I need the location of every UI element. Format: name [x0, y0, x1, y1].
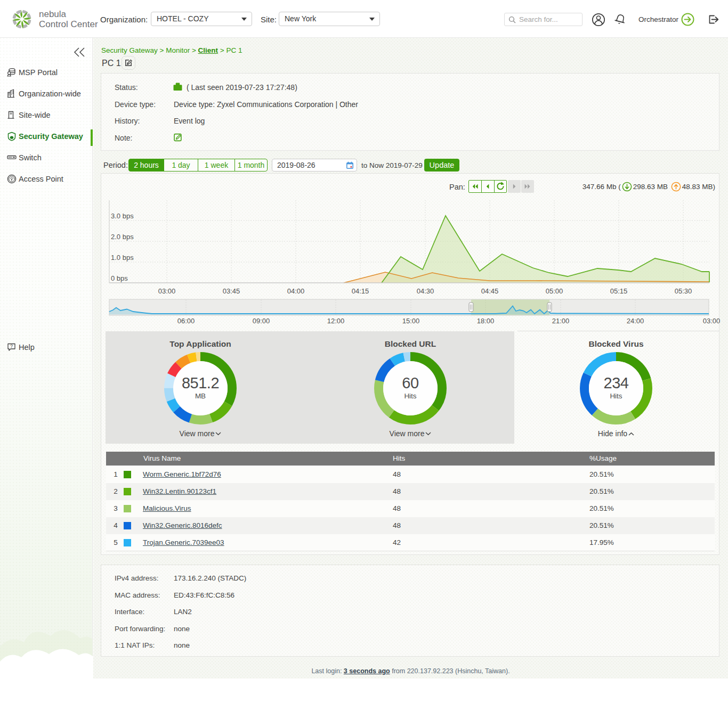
svg-text:04:15: 04:15 [352, 287, 369, 295]
svg-text:09:00: 09:00 [253, 317, 270, 325]
svg-text:0 bps: 0 bps [111, 274, 128, 282]
svg-text:03:45: 03:45 [223, 287, 240, 295]
svg-text:1.0 bps: 1.0 bps [111, 254, 134, 262]
svg-text:04:30: 04:30 [417, 287, 434, 295]
svg-text:04:00: 04:00 [287, 287, 305, 295]
svg-text:18:00: 18:00 [477, 317, 495, 325]
svg-text:05:30: 05:30 [675, 287, 692, 295]
svg-text:06:00: 06:00 [177, 317, 195, 325]
svg-text:24:00: 24:00 [627, 317, 644, 325]
svg-text:03:00: 03:00 [703, 317, 721, 325]
svg-text:04:45: 04:45 [481, 287, 499, 295]
svg-text:15:00: 15:00 [402, 317, 420, 325]
svg-text:21:00: 21:00 [552, 317, 570, 325]
svg-text:12:00: 12:00 [327, 317, 345, 325]
svg-text:03:00: 03:00 [158, 287, 176, 295]
svg-text:2.0 bps: 2.0 bps [111, 233, 134, 241]
svg-text:3.0 bps: 3.0 bps [111, 212, 134, 220]
svg-text:?: ? [10, 344, 13, 349]
svg-text:05:00: 05:00 [546, 287, 563, 295]
svg-text:05:15: 05:15 [610, 287, 628, 295]
